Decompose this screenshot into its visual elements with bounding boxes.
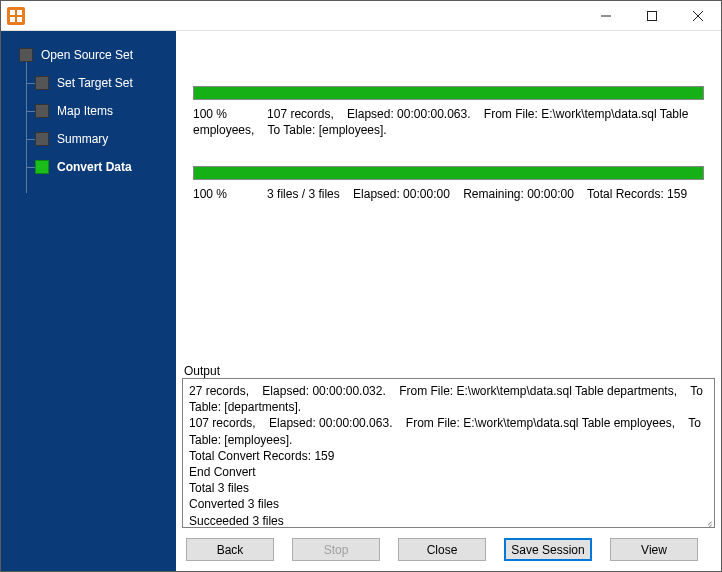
- close-icon: [693, 11, 703, 21]
- button-row: Back Stop Close Save Session View: [182, 528, 715, 565]
- svg-rect-1: [648, 11, 657, 20]
- view-button[interactable]: View: [610, 538, 698, 561]
- step-box-icon: [35, 104, 49, 118]
- sidebar-item-label: Open Source Set: [41, 48, 133, 62]
- main-panel: 100 % 107 records, Elapsed: 00:00:00.063…: [176, 31, 721, 571]
- close-window-button[interactable]: [675, 1, 721, 31]
- save-session-button[interactable]: Save Session: [504, 538, 592, 561]
- item-progress-text: 100 % 107 records, Elapsed: 00:00:00.063…: [193, 106, 704, 138]
- sidebar-item-convert-data[interactable]: Convert Data: [1, 153, 176, 181]
- step-box-icon: [35, 76, 49, 90]
- sidebar-item-map-items[interactable]: Map Items: [1, 97, 176, 125]
- stop-button[interactable]: Stop: [292, 538, 380, 561]
- output-textarea[interactable]: 27 records, Elapsed: 00:00:00.032. From …: [182, 378, 715, 528]
- minimize-button[interactable]: [583, 1, 629, 31]
- step-box-icon: [35, 132, 49, 146]
- output-label: Output: [182, 364, 715, 378]
- progress-area: 100 % 107 records, Elapsed: 00:00:00.063…: [182, 35, 715, 214]
- maximize-icon: [647, 11, 657, 21]
- sidebar-item-set-target-set[interactable]: Set Target Set: [1, 69, 176, 97]
- sidebar-item-summary[interactable]: Summary: [1, 125, 176, 153]
- overall-progress-bar: [193, 166, 704, 180]
- step-box-icon: [19, 48, 33, 62]
- titlebar: [1, 1, 721, 31]
- sidebar-item-label: Convert Data: [57, 160, 132, 174]
- close-button[interactable]: Close: [398, 538, 486, 561]
- sidebar-item-label: Set Target Set: [57, 76, 133, 90]
- minimize-icon: [601, 11, 611, 21]
- item-progress-bar: [193, 86, 704, 100]
- sidebar-item-label: Summary: [57, 132, 108, 146]
- resize-grip-icon[interactable]: [702, 515, 712, 525]
- output-text: 27 records, Elapsed: 00:00:00.032. From …: [189, 384, 706, 528]
- sidebar-item-open-source-set[interactable]: Open Source Set: [1, 41, 176, 69]
- step-box-active-icon: [35, 160, 49, 174]
- wizard-sidebar: Open Source Set Set Target Set Map Items…: [1, 31, 176, 571]
- back-button[interactable]: Back: [186, 538, 274, 561]
- app-window: Open Source Set Set Target Set Map Items…: [0, 0, 722, 572]
- overall-progress-text: 100 % 3 files / 3 files Elapsed: 00:00:0…: [193, 186, 704, 202]
- maximize-button[interactable]: [629, 1, 675, 31]
- sidebar-item-label: Map Items: [57, 104, 113, 118]
- app-icon: [7, 7, 25, 25]
